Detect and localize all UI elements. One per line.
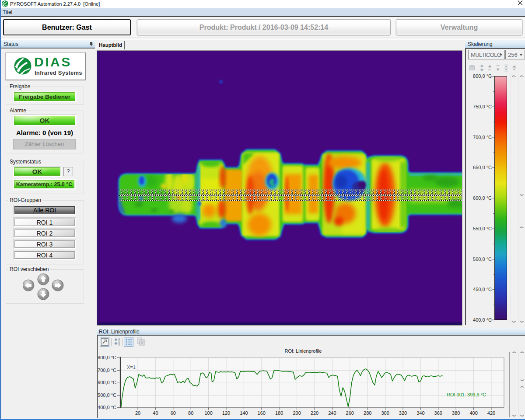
svg-text:ROI 001: 399,9 °C: ROI 001: 399,9 °C: [447, 392, 486, 397]
svg-text:X=1: X=1: [127, 364, 136, 370]
